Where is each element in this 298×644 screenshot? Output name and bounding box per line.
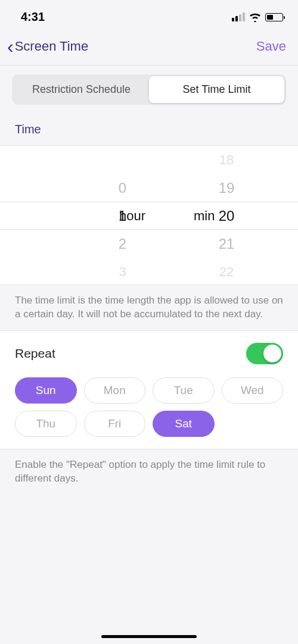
days-grid: Sun Mon Tue Wed Thu Fri Sat [15, 377, 283, 437]
repeat-toggle[interactable] [246, 343, 283, 364]
status-bar: 4:31 [0, 0, 298, 31]
back-button[interactable]: ‹ Screen Time [7, 37, 88, 56]
status-icons [232, 12, 283, 22]
nav-bar: ‹ Screen Time Save [0, 31, 298, 65]
home-indicator[interactable] [101, 635, 197, 639]
repeat-section: Repeat Sun Mon Tue Wed Thu Fri Sat [0, 330, 298, 449]
day-thu[interactable]: Thu [15, 411, 77, 437]
nav-title: Screen Time [15, 39, 89, 54]
cell-signal-icon [232, 12, 245, 21]
status-time: 4:31 [21, 10, 45, 24]
time-section-label: Time [0, 114, 298, 145]
battery-icon [265, 13, 283, 21]
repeat-help-text: Enable the "Repeat" option to apply the … [0, 449, 298, 495]
day-wed[interactable]: Wed [222, 377, 284, 404]
segment-control: Restriction Schedule Set Time Limit [12, 74, 286, 105]
time-picker[interactable]: 0 1 2 3 17 18 19 20 21 22 23 hour min [0, 145, 298, 285]
repeat-label: Repeat [15, 346, 55, 361]
minute-unit-label: min [194, 202, 215, 230]
tab-set-time-limit[interactable]: Set Time Limit [149, 76, 284, 103]
wifi-icon [249, 12, 262, 22]
time-help-text: The time limit is the time length the ap… [0, 285, 298, 330]
chevron-left-icon: ‹ [7, 37, 14, 56]
tab-restriction-schedule[interactable]: Restriction Schedule [14, 76, 149, 103]
day-mon[interactable]: Mon [84, 377, 146, 404]
save-button[interactable]: Save [256, 39, 286, 54]
day-sat[interactable]: Sat [153, 411, 215, 437]
day-sun[interactable]: Sun [15, 377, 77, 404]
hour-unit-label: hour [119, 202, 145, 230]
day-fri[interactable]: Fri [84, 411, 146, 437]
toggle-knob-icon [263, 345, 281, 362]
day-tue[interactable]: Tue [153, 377, 215, 404]
minute-picker-column[interactable]: 17 18 19 20 21 22 23 [149, 146, 298, 285]
